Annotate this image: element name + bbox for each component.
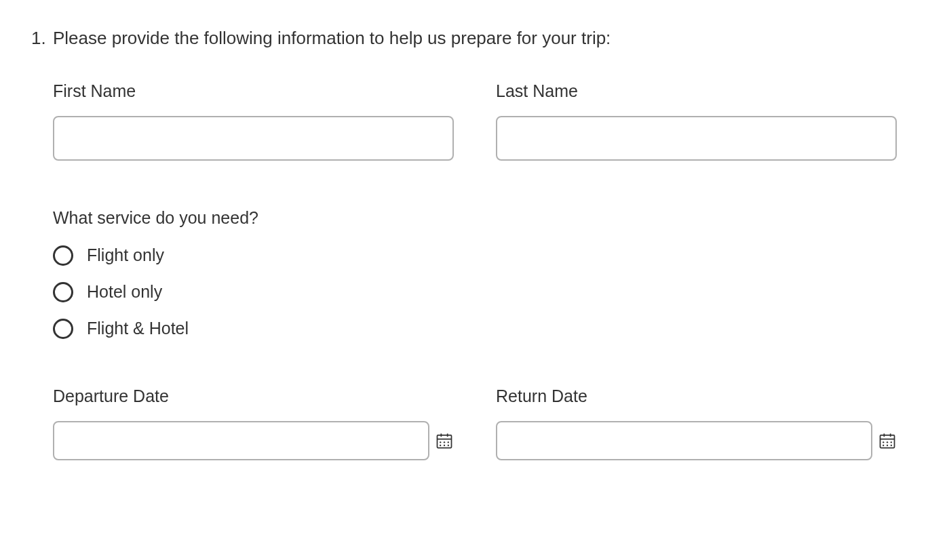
radio-text: Flight only xyxy=(87,245,164,265)
last-name-input[interactable] xyxy=(496,116,897,161)
name-row: First Name Last Name xyxy=(53,81,897,161)
first-name-label: First Name xyxy=(53,81,454,101)
radio-circle-icon xyxy=(53,319,73,339)
return-date-input[interactable] xyxy=(496,421,872,460)
return-date-field: Return Date xyxy=(496,386,897,460)
calendar-icon[interactable] xyxy=(435,431,454,450)
radio-option-flight-only[interactable]: Flight only xyxy=(53,245,897,266)
service-section: What service do you need? Flight only Ho… xyxy=(53,208,897,339)
first-name-input[interactable] xyxy=(53,116,454,161)
departure-date-input[interactable] xyxy=(53,421,429,460)
return-date-row xyxy=(496,421,897,460)
departure-date-row xyxy=(53,421,454,460)
radio-option-hotel-only[interactable]: Hotel only xyxy=(53,282,897,302)
service-label: What service do you need? xyxy=(53,208,897,228)
departure-date-field: Departure Date xyxy=(53,386,454,460)
return-date-label: Return Date xyxy=(496,386,897,406)
dates-row: Departure Date Return Date xyxy=(53,386,897,460)
form-body: First Name Last Name What service do you… xyxy=(31,81,897,460)
radio-circle-icon xyxy=(53,282,73,302)
radio-circle-icon xyxy=(53,245,73,266)
radio-text: Hotel only xyxy=(87,282,162,302)
question-number: 1. xyxy=(31,28,49,49)
departure-date-label: Departure Date xyxy=(53,386,454,406)
radio-option-flight-hotel[interactable]: Flight & Hotel xyxy=(53,319,897,339)
calendar-icon[interactable] xyxy=(878,431,897,450)
first-name-field: First Name xyxy=(53,81,454,161)
radio-text: Flight & Hotel xyxy=(87,319,189,338)
question-row: 1. Please provide the following informat… xyxy=(31,27,897,50)
last-name-field: Last Name xyxy=(496,81,897,161)
question-text: Please provide the following information… xyxy=(53,27,611,50)
last-name-label: Last Name xyxy=(496,81,897,101)
